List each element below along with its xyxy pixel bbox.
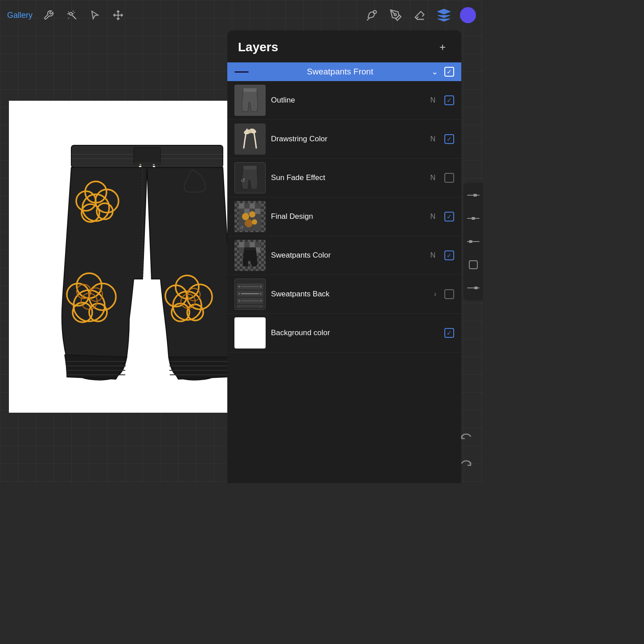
svg-line-1 — [72, 15, 76, 19]
redo-button[interactable] — [456, 455, 476, 474]
layer-blend-sweatpantscolor: N — [430, 251, 435, 259]
layer-blend-sunfade: N — [430, 174, 435, 182]
svg-rect-67 — [250, 242, 255, 247]
svg-rect-45 — [243, 88, 257, 92]
layer-thumbnail-sweatpantscolor — [234, 240, 266, 271]
layer-group-sweatpants-front[interactable]: Sweatpants Front ⌄ — [227, 62, 461, 81]
layer-name-sweatpantsback: Sweatpants Back — [271, 290, 429, 299]
svg-text:↺: ↺ — [240, 225, 243, 230]
layer-name-sweatpantscolor: Sweatpants Color — [271, 251, 425, 260]
svg-point-82 — [474, 287, 478, 289]
svg-rect-49 — [243, 166, 257, 169]
selection-icon[interactable] — [88, 8, 102, 22]
brush-icon[interactable] — [364, 7, 380, 23]
svg-point-60 — [242, 213, 249, 220]
toolbar-left: Gallery — [7, 8, 364, 22]
layer-visibility-finaldesign[interactable] — [444, 212, 454, 222]
layer-thumbnail-drawstring — [234, 123, 266, 155]
layer-visibility-sunfade[interactable] — [444, 173, 454, 183]
svg-rect-54 — [250, 203, 255, 209]
layer-visibility-sweatpantsback[interactable] — [444, 289, 454, 299]
svg-point-62 — [245, 219, 253, 227]
toolbar-right — [364, 7, 476, 23]
svg-rect-69 — [239, 247, 244, 253]
svg-rect-66 — [244, 242, 250, 247]
chevron-down-icon: ⌄ — [431, 67, 438, 77]
layers-title: Layers — [238, 40, 278, 54]
layer-thumbnail-sunfade: ↺ — [234, 162, 266, 193]
layer-visibility-drawstring[interactable] — [444, 134, 454, 144]
color-picker-swatch[interactable] — [460, 7, 476, 23]
layer-blend-finaldesign: N — [430, 213, 435, 221]
layers-panel: Layers + Sweatpants Front ⌄ Outline N — [227, 30, 461, 483]
layer-visibility-backgroundcolor[interactable] — [444, 328, 454, 338]
svg-rect-55 — [255, 203, 260, 209]
svg-point-61 — [249, 211, 255, 217]
layer-thumbnail-sweatpantsback — [234, 279, 266, 310]
layer-visibility-sweatpantscolor[interactable] — [444, 250, 454, 260]
layer-item-outline[interactable]: Outline N — [227, 81, 461, 120]
svg-point-63 — [252, 219, 257, 225]
slider-control-1[interactable] — [466, 188, 480, 202]
wrench-icon[interactable] — [41, 8, 56, 22]
svg-rect-52 — [239, 203, 244, 209]
layers-header: Layers + — [227, 30, 461, 62]
svg-point-79 — [469, 240, 472, 243]
layer-name-drawstring: Drawstring Color — [271, 135, 425, 144]
undo-button[interactable] — [456, 428, 476, 447]
layer-item-sunfade[interactable]: ↺ Sun Fade Effect N — [227, 159, 461, 197]
svg-rect-59 — [255, 209, 260, 214]
layer-name-finaldesign: Final Design — [271, 212, 425, 221]
layer-thumbnail-outline — [234, 85, 266, 116]
eraser-icon[interactable] — [412, 7, 428, 23]
svg-rect-80 — [469, 261, 477, 269]
svg-rect-68 — [255, 242, 260, 247]
layer-thumbnail-backgroundcolor — [234, 317, 266, 349]
svg-rect-56 — [239, 209, 244, 214]
svg-point-2 — [373, 11, 377, 14]
layers-list: Outline N Drawstring Color N — [227, 81, 461, 483]
add-layer-button[interactable]: + — [435, 39, 451, 55]
group-label: Sweatpants Front — [253, 67, 427, 77]
svg-point-3 — [394, 14, 397, 16]
shape-control[interactable] — [466, 258, 480, 272]
right-controls — [464, 183, 483, 300]
layer-item-drawstring[interactable]: Drawstring Color N — [227, 120, 461, 159]
layer-thumbnail-finaldesign: ↺ — [234, 201, 266, 232]
layer-blend-drawstring: N — [430, 135, 435, 143]
group-visibility-checkbox[interactable] — [444, 67, 454, 77]
svg-text:↺: ↺ — [241, 177, 245, 184]
svg-rect-53 — [244, 203, 250, 209]
slider-control-4[interactable] — [466, 281, 480, 295]
layer-blend-outline: N — [430, 96, 435, 104]
layer-item-sweatpantsback[interactable]: Sweatpants Back › — [227, 275, 461, 314]
mini-layers-preview — [237, 281, 263, 308]
group-line-indicator — [234, 71, 249, 73]
svg-point-0 — [70, 12, 72, 15]
layer-visibility-outline[interactable] — [444, 95, 454, 105]
layer-item-finaldesign[interactable]: ↺ Final Design N — [227, 197, 461, 236]
svg-point-77 — [472, 217, 475, 220]
layer-name-outline: Outline — [271, 96, 425, 105]
toolbar: Gallery — [0, 0, 483, 30]
layers-icon[interactable] — [436, 7, 452, 23]
svg-rect-65 — [239, 242, 244, 247]
chevron-right-icon: › — [434, 290, 436, 298]
slider-control-2[interactable] — [466, 211, 480, 226]
layer-item-backgroundcolor[interactable]: Background color — [227, 314, 461, 353]
svg-point-75 — [473, 194, 477, 197]
undo-redo-controls — [456, 428, 476, 474]
svg-point-48 — [248, 130, 252, 133]
layer-item-sweatpantscolor[interactable]: Sweatpants Color N — [227, 236, 461, 275]
svg-rect-73 — [244, 247, 256, 250]
slider-control-3[interactable] — [466, 234, 480, 249]
pen-icon[interactable] — [388, 7, 404, 23]
gallery-button[interactable]: Gallery — [7, 11, 33, 20]
magic-wand-icon[interactable] — [65, 8, 79, 22]
layer-name-backgroundcolor: Background color — [271, 328, 439, 337]
layer-name-sunfade: Sun Fade Effect — [271, 173, 425, 182]
transform-icon[interactable] — [111, 8, 125, 22]
